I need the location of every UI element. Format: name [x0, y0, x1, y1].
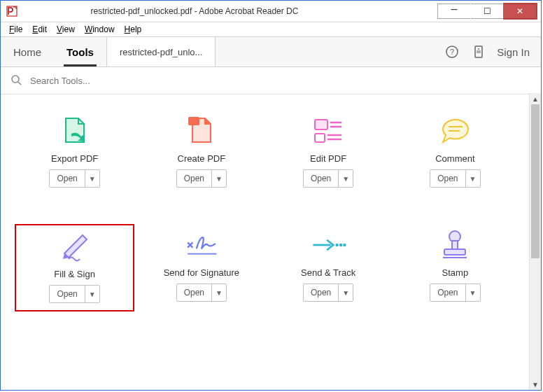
menu-help[interactable]: Help — [120, 24, 146, 35]
tool-comment[interactable]: Comment Open ▼ — [395, 110, 515, 195]
app-window: restricted-pdf_unlocked.pdf - Adobe Acro… — [0, 0, 542, 391]
chevron-down-icon[interactable]: ▼ — [212, 170, 226, 187]
svg-text:?: ? — [450, 48, 454, 56]
tool-export-pdf[interactable]: Export PDF Open ▼ — [15, 110, 134, 195]
window-title: restricted-pdf_unlocked.pdf - Adobe Acro… — [0, 6, 437, 16]
open-button[interactable]: Open ▼ — [303, 169, 353, 188]
scroll-up-icon[interactable]: ▲ — [530, 93, 541, 104]
chevron-down-icon[interactable]: ▼ — [212, 284, 226, 301]
chevron-down-icon[interactable]: ▼ — [339, 170, 353, 187]
content-area: Export PDF Open ▼ Creat — [1, 93, 541, 390]
maximize-button[interactable] — [471, 4, 504, 19]
tool-label: Export PDF — [51, 153, 98, 164]
search-icon — [10, 74, 22, 88]
fill-sign-icon — [56, 230, 94, 263]
window-controls — [437, 4, 537, 19]
open-button[interactable]: Open ▼ — [176, 169, 227, 188]
svg-point-23 — [339, 244, 343, 247]
open-button[interactable]: Open ▼ — [49, 169, 99, 188]
menu-window[interactable]: Window — [80, 24, 119, 35]
open-button[interactable]: Open ▼ — [430, 169, 480, 188]
tabbar: Home Tools restricted-pdf_unlo... ? Sign… — [1, 36, 541, 67]
tab-tools[interactable]: Tools — [54, 37, 106, 66]
mobile-icon[interactable] — [470, 43, 487, 60]
tool-send-signature[interactable]: Send for Signature Open ▼ — [141, 224, 261, 312]
svg-point-6 — [478, 48, 479, 50]
scroll-thumb[interactable] — [531, 104, 540, 258]
send-signature-icon — [183, 228, 220, 262]
send-track-icon — [309, 228, 347, 262]
export-pdf-icon — [56, 114, 94, 148]
help-icon[interactable]: ? — [444, 43, 460, 60]
menubar: File Edit View Window Help — [1, 22, 541, 36]
tool-label: Send & Track — [301, 267, 355, 278]
tool-create-pdf[interactable]: Create PDF Open ▼ — [141, 110, 261, 195]
chevron-down-icon[interactable]: ▼ — [466, 170, 480, 187]
scroll-down-icon[interactable]: ▼ — [530, 379, 541, 390]
svg-rect-11 — [315, 134, 325, 142]
menu-file[interactable]: File — [5, 24, 27, 35]
tool-label: Create PDF — [178, 153, 226, 164]
stamp-icon — [436, 228, 474, 262]
chevron-down-icon[interactable]: ▼ — [85, 170, 99, 187]
search-input[interactable] — [29, 75, 531, 87]
open-button[interactable]: Open ▼ — [176, 284, 227, 302]
tool-edit-pdf[interactable]: Edit PDF Open ▼ — [269, 110, 388, 195]
chevron-down-icon[interactable]: ▼ — [85, 286, 99, 302]
titlebar: restricted-pdf_unlocked.pdf - Adobe Acro… — [1, 1, 541, 22]
svg-line-8 — [18, 82, 21, 85]
tool-send-track[interactable]: Send & Track Open ▼ — [269, 224, 388, 312]
chevron-down-icon[interactable]: ▼ — [339, 284, 353, 301]
searchbar — [1, 67, 541, 94]
edit-pdf-icon — [309, 114, 347, 148]
open-button[interactable]: Open ▼ — [49, 285, 99, 303]
create-pdf-icon — [183, 114, 220, 148]
svg-rect-26 — [452, 241, 458, 249]
tool-label: Comment — [435, 153, 474, 164]
tool-label: Stamp — [442, 267, 469, 278]
menu-edit[interactable]: Edit — [28, 24, 51, 35]
svg-point-22 — [335, 244, 339, 247]
tab-home[interactable]: Home — [1, 37, 54, 66]
sign-in-button[interactable]: Sign In — [497, 46, 530, 58]
svg-rect-9 — [188, 117, 199, 125]
tool-fill-sign[interactable]: Fill & Sign Open ▼ — [15, 224, 134, 312]
comment-icon — [436, 114, 474, 148]
chevron-down-icon[interactable]: ▼ — [466, 284, 480, 301]
tool-stamp[interactable]: Stamp Open ▼ — [395, 224, 515, 312]
tool-label: Send for Signature — [164, 267, 239, 278]
svg-rect-3 — [475, 46, 482, 57]
svg-rect-27 — [444, 249, 465, 255]
open-button[interactable]: Open ▼ — [430, 284, 480, 302]
tab-document[interactable]: restricted-pdf_unlo... — [106, 37, 216, 66]
minimize-button[interactable] — [437, 4, 471, 19]
svg-rect-10 — [315, 120, 327, 130]
svg-point-24 — [343, 244, 346, 247]
svg-point-7 — [12, 76, 19, 83]
menu-view[interactable]: View — [52, 24, 79, 35]
header-right: ? Sign In — [432, 37, 541, 66]
scrollbar[interactable]: ▲ ▼ — [529, 93, 541, 390]
tools-grid: Export PDF Open ▼ Creat — [1, 93, 529, 390]
close-button[interactable] — [504, 4, 537, 19]
tool-label: Edit PDF — [310, 153, 346, 164]
open-button[interactable]: Open ▼ — [303, 284, 353, 302]
tool-label: Fill & Sign — [54, 269, 95, 279]
